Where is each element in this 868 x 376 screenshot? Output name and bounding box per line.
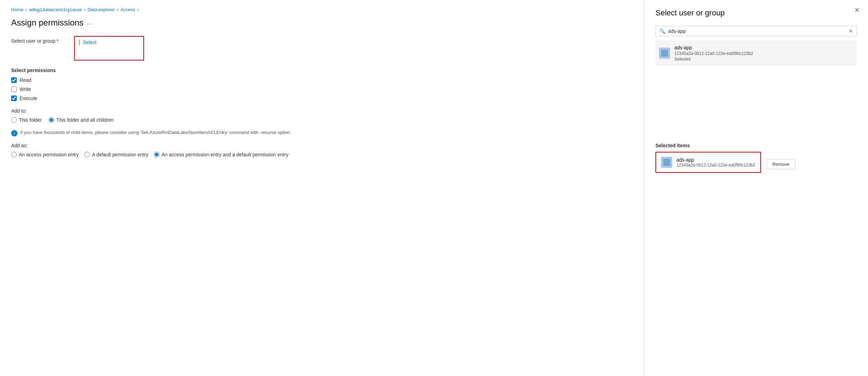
this-folder-all-option[interactable]: This folder and all children (49, 117, 113, 123)
remove-button[interactable]: Remove (767, 159, 795, 169)
access-entry-radio[interactable] (11, 152, 17, 157)
search-box: 🔍 ✕ (655, 26, 857, 36)
user-group-field-row: Select user or group * Select (11, 36, 632, 61)
write-label[interactable]: Write (20, 86, 31, 92)
user-group-label: Select user or group * (11, 36, 67, 44)
required-marker: * (57, 38, 58, 44)
selected-item-icon-inner (663, 159, 670, 166)
write-checkbox[interactable] (11, 86, 17, 92)
both-entry-option[interactable]: An access permission entry and a default… (154, 152, 288, 157)
add-to-section: Add to: This folder This folder and all … (11, 108, 632, 123)
page-title: Assign permissions ... (11, 18, 632, 28)
this-folder-label: This folder (19, 117, 42, 123)
result-icon-inner (661, 50, 668, 57)
read-checkbox-row: Read (11, 77, 632, 83)
access-entry-label: An access permission entry (19, 152, 79, 157)
info-icon: i (11, 130, 17, 136)
breadcrumb-data-explorer[interactable]: Data explorer (87, 7, 115, 12)
add-as-section: Add as: An access permission entry A def… (11, 143, 632, 157)
more-options-icon[interactable]: ... (87, 20, 92, 26)
selected-item-name: ads-app (676, 157, 755, 163)
default-entry-label: A default permission entry (92, 152, 148, 157)
breadcrumb: Home › adlsg1datascans1rg1ause › Data ex… (11, 7, 632, 12)
access-entry-option[interactable]: An access permission entry (11, 152, 79, 157)
info-text: If you have thousands of child items, pl… (20, 130, 291, 135)
select-user-group-button[interactable]: Select (74, 36, 144, 61)
selected-item-icon (661, 157, 672, 168)
add-as-label: Add as: (11, 143, 632, 148)
execute-label[interactable]: Execute (20, 95, 37, 101)
breadcrumb-storage[interactable]: adlsg1datascans1rg1ause (29, 7, 82, 12)
write-checkbox-row: Write (11, 86, 632, 92)
selected-item-info: ads-app 12345a2a-0012-12a0-123e-ea0f90c1… (676, 157, 755, 168)
selected-item-card: ads-app 12345a2a-0012-12a0-123e-ea0f90c1… (655, 152, 761, 173)
selected-item-row: ads-app 12345a2a-0012-12a0-123e-ea0f90c1… (655, 152, 857, 176)
read-label[interactable]: Read (20, 77, 31, 83)
panel-title: Select user or group (655, 8, 857, 17)
default-entry-radio[interactable] (84, 152, 90, 157)
both-entry-label: An access permission entry and a default… (162, 152, 288, 157)
breadcrumb-home[interactable]: Home (11, 7, 23, 12)
read-checkbox[interactable] (11, 77, 17, 83)
search-clear-icon[interactable]: ✕ (849, 28, 853, 34)
selected-items-section: Selected items ads-app 12345a2a-0012-12a… (655, 143, 857, 176)
add-to-label: Add to: (11, 108, 632, 114)
result-name: ads-app (674, 45, 753, 50)
left-panel: Home › adlsg1datascans1rg1ause › Data ex… (0, 0, 644, 376)
selected-items-title: Selected items (655, 143, 857, 148)
selected-item-id: 12345a2a-0012-12a0-123e-ea0f90c123b2 (676, 163, 755, 168)
permissions-section: Select permissions Read Write Execute (11, 68, 632, 101)
this-folder-option[interactable]: This folder (11, 117, 42, 123)
result-app-icon (659, 48, 670, 59)
execute-checkbox[interactable] (11, 95, 17, 101)
result-status: Selected (674, 57, 753, 62)
result-id: 12345a2a-0012-12a0-123e-ea0f90c123b2 (674, 51, 753, 56)
both-entry-radio[interactable] (154, 152, 159, 157)
close-button[interactable]: ✕ (854, 7, 860, 13)
right-panel: Select user or group ✕ 🔍 ✕ ads-app 12345… (644, 0, 868, 376)
info-box: i If you have thousands of child items, … (11, 130, 632, 136)
default-entry-option[interactable]: A default permission entry (84, 152, 148, 157)
this-folder-all-label: This folder and all children (56, 117, 113, 123)
execute-checkbox-row: Execute (11, 95, 632, 101)
add-to-radio-group: This folder This folder and all children (11, 117, 632, 123)
add-as-radio-group: An access permission entry A default per… (11, 152, 632, 157)
select-text: Select (79, 40, 96, 45)
this-folder-radio[interactable] (11, 117, 17, 123)
this-folder-all-radio[interactable] (49, 117, 54, 123)
result-info: ads-app 12345a2a-0012-12a0-123e-ea0f90c1… (674, 45, 753, 62)
search-result-item[interactable]: ads-app 12345a2a-0012-12a0-123e-ea0f90c1… (655, 41, 857, 66)
permissions-title: Select permissions (11, 68, 632, 73)
breadcrumb-access[interactable]: Access (121, 7, 135, 12)
search-icon: 🔍 (659, 28, 665, 34)
search-input[interactable] (668, 28, 846, 34)
